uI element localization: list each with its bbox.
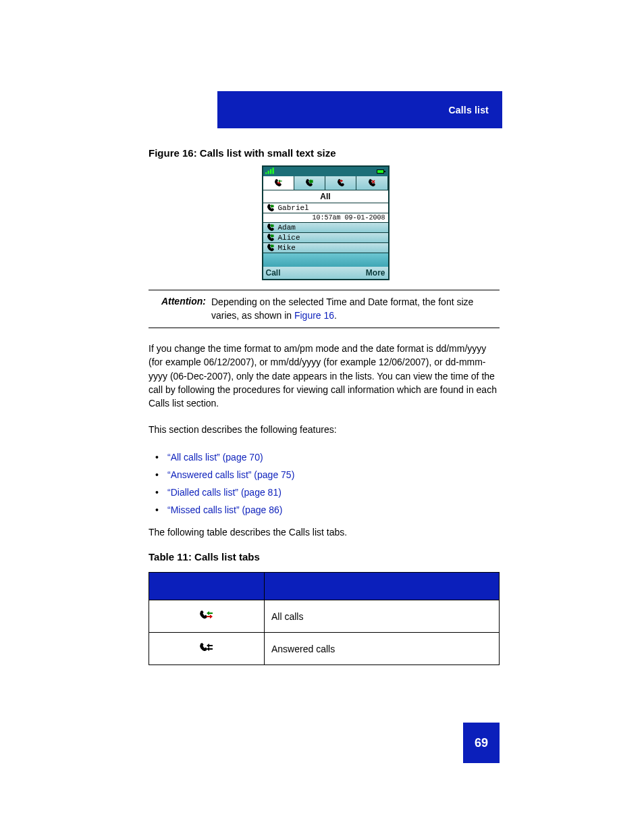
page-number: 69	[463, 723, 500, 763]
all-calls-icon	[199, 610, 214, 621]
desc-cell: Answered calls	[265, 633, 500, 665]
table-header-desc	[265, 573, 500, 600]
phone-status-bar	[263, 167, 388, 176]
attention-link[interactable]: Figure 16	[294, 310, 334, 321]
link-answered-calls[interactable]: “Answered calls list” (page 75)	[167, 469, 294, 480]
link-missed-calls[interactable]: “Missed calls list” (page 86)	[167, 504, 282, 515]
table-caption: Table 11: Calls list tabs	[149, 551, 500, 563]
phone-tabs	[263, 176, 388, 190]
entry-name: Alice	[278, 234, 300, 242]
entry-name: Mike	[278, 244, 296, 252]
table-header-icon	[149, 573, 265, 600]
phone-tab-all	[263, 176, 294, 190]
answered-icon	[266, 234, 275, 242]
battery-icon	[377, 167, 386, 176]
link-dialled-calls[interactable]: “Dialled calls list” (page 81)	[167, 487, 281, 498]
answered-icon	[266, 224, 275, 232]
phone-entry-0-detail: 10:57am 09-01-2008	[263, 213, 388, 223]
softkey-right: More	[366, 268, 385, 278]
entry-name: Gabriel	[278, 204, 309, 212]
attention-label: Attention:	[149, 296, 211, 322]
answered-icon	[304, 179, 314, 187]
header-section-label: Calls list	[448, 105, 489, 115]
table-header-row	[149, 573, 500, 600]
answered-icon	[266, 244, 275, 252]
attention-text: Depending on the selected Time and Date …	[211, 296, 500, 322]
phone-tab-answered	[294, 176, 325, 190]
phone-softkeys: Call More	[263, 267, 388, 279]
attention-box: Attention: Depending on the selected Tim…	[149, 290, 500, 328]
missed-icon	[367, 179, 377, 187]
desc-cell: All calls	[265, 600, 500, 633]
phone-tab-dialled	[325, 176, 356, 190]
feature-item-0: “All calls list” (page 70)	[149, 448, 500, 466]
attention-post: .	[334, 310, 337, 321]
phone-background	[263, 253, 388, 267]
attention-pre: Depending on the selected Time and Date …	[211, 296, 473, 321]
feature-item-1: “Answered calls list” (page 75)	[149, 466, 500, 484]
answered-icon	[266, 204, 275, 212]
feature-item-3: “Missed calls list” (page 86)	[149, 501, 500, 519]
feature-list: “All calls list” (page 70) “Answered cal…	[149, 448, 500, 519]
calls-list-tabs-table: All calls Answered calls	[149, 572, 500, 665]
phone-entry-0: Gabriel	[263, 203, 388, 213]
phone-entry-2: Alice	[263, 233, 388, 243]
figure-16-image: All Gabriel 10:57am 09-01-2008 Adam Alic…	[262, 165, 387, 280]
table-row: All calls	[149, 600, 500, 633]
header-band: Calls list	[217, 91, 502, 128]
paragraph-2: This section describes the following fea…	[149, 423, 500, 436]
table-row: Answered calls	[149, 633, 500, 665]
svg-rect-2	[377, 170, 383, 173]
feature-item-2: “Dialled calls list” (page 81)	[149, 484, 500, 501]
paragraph-1: If you change the time format to am/pm m…	[149, 342, 500, 410]
entry-name: Adam	[278, 224, 296, 232]
phone-entry-1: Adam	[263, 223, 388, 233]
softkey-left: Call	[266, 268, 281, 278]
dialled-icon	[336, 179, 346, 187]
all-calls-icon	[273, 179, 283, 187]
link-all-calls[interactable]: “All calls list” (page 70)	[167, 452, 263, 463]
icon-cell-all	[149, 600, 265, 633]
paragraph-3: The following table describes the Calls …	[149, 525, 500, 539]
icon-cell-answered	[149, 633, 265, 665]
svg-rect-1	[384, 171, 385, 172]
answered-calls-icon	[199, 642, 214, 653]
phone-tab-missed	[356, 176, 387, 190]
figure-caption: Figure 16: Calls list with small text si…	[149, 147, 500, 159]
phone-entry-3: Mike	[263, 243, 388, 253]
signal-icon	[265, 167, 275, 176]
phone-tab-title: All	[263, 190, 388, 203]
